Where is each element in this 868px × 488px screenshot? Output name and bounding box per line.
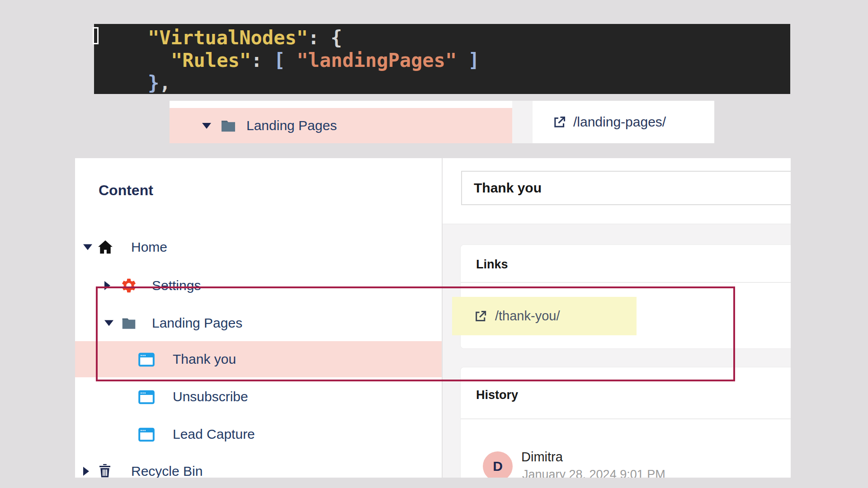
fragment-gap <box>512 101 533 143</box>
code-line-2: "Rules": [ "landingPages" ] <box>171 49 790 72</box>
history-user-name: Dimitra <box>521 450 563 465</box>
links-section-title: Links <box>476 258 508 272</box>
folder-icon <box>219 117 237 135</box>
landing-pages-url-chip[interactable]: /landing-pages/ <box>533 101 714 143</box>
history-section-title: History <box>476 388 518 402</box>
sidebar-section-title: Content <box>99 182 153 199</box>
home-icon <box>97 239 114 256</box>
sidebar-item-home[interactable]: Home <box>75 229 442 265</box>
tree-fragment-label: Landing Pages <box>246 118 337 133</box>
code-line-1: "VirtualNodes": { <box>148 27 790 49</box>
chevron-down-icon[interactable] <box>202 123 211 129</box>
chevron-down-icon[interactable] <box>83 244 92 250</box>
sidebar-item-unsubscribe[interactable]: Unsubscribe <box>75 379 442 415</box>
sidebar-item-lead-capture[interactable]: Lead Capture <box>75 416 442 452</box>
tree-fragment-top-strip <box>170 101 512 108</box>
page-title-field[interactable]: Thank you <box>461 171 791 205</box>
page-icon <box>137 388 155 405</box>
page-icon <box>137 426 155 443</box>
code-cursor-glyph <box>93 27 99 44</box>
code-snippet-block: "VirtualNodes": { "Rules": [ "landingPag… <box>94 24 790 94</box>
avatar: D <box>483 451 513 478</box>
tree-fragment-landing-pages-row[interactable]: Landing Pages <box>170 108 512 143</box>
history-card: History D Dimitra January 28, 2024 9:01 … <box>460 367 791 478</box>
divider <box>461 418 791 419</box>
history-timestamp: January 28, 2024 9:01 PM <box>522 468 665 478</box>
code-line-3: }, <box>148 72 790 94</box>
divider <box>461 282 791 283</box>
chevron-right-icon[interactable] <box>83 467 89 476</box>
landing-pages-url: /landing-pages/ <box>573 114 666 130</box>
annotation-rectangle <box>96 286 735 381</box>
external-link-icon <box>552 115 566 129</box>
trash-icon <box>97 463 114 478</box>
page-title: Thank you <box>474 180 542 196</box>
sidebar-item-recycle-bin[interactable]: Recycle Bin <box>75 453 442 478</box>
